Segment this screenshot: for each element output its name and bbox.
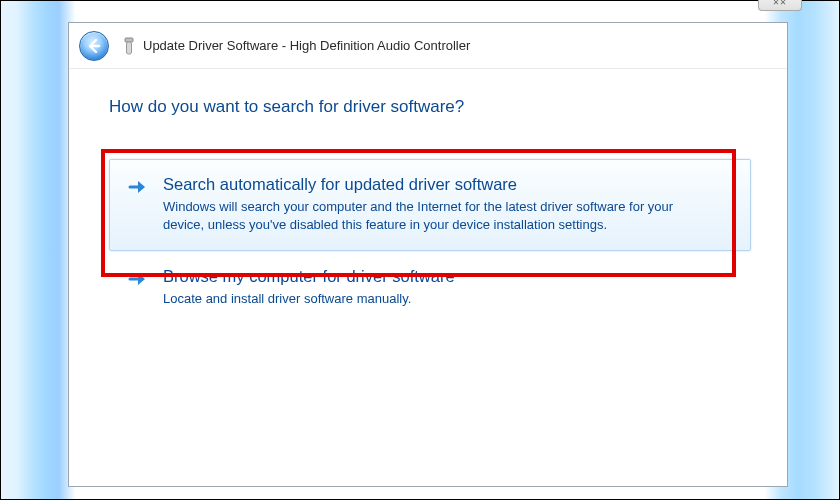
update-driver-dialog: Update Driver Software - High Definition… — [68, 22, 788, 487]
close-button[interactable]: ✕✕ — [758, 0, 802, 11]
dialog-title: Update Driver Software - High Definition… — [143, 38, 470, 53]
dialog-header: Update Driver Software - High Definition… — [69, 23, 787, 69]
search-question: How do you want to search for driver sof… — [109, 97, 751, 117]
option-title: Search automatically for updated driver … — [163, 175, 733, 194]
back-button[interactable] — [79, 31, 109, 61]
option-title: Browse my computer for driver software — [163, 267, 733, 286]
option-search-automatically[interactable]: Search automatically for updated driver … — [109, 159, 751, 251]
close-icon: ✕✕ — [773, 0, 787, 7]
option-browse-computer[interactable]: Browse my computer for driver software L… — [109, 251, 751, 326]
option-text: Browse my computer for driver software L… — [163, 267, 733, 308]
svg-rect-1 — [127, 42, 132, 54]
device-icon — [123, 34, 135, 58]
svg-rect-0 — [125, 38, 133, 42]
dialog-body: How do you want to search for driver sof… — [69, 69, 787, 326]
option-list: Search automatically for updated driver … — [109, 159, 751, 326]
arrow-right-icon — [127, 175, 149, 197]
option-text: Search automatically for updated driver … — [163, 175, 733, 233]
back-arrow-icon — [86, 38, 102, 54]
option-desc: Windows will search your computer and th… — [163, 198, 693, 233]
option-desc: Locate and install driver software manua… — [163, 290, 693, 308]
arrow-right-icon — [127, 267, 149, 289]
